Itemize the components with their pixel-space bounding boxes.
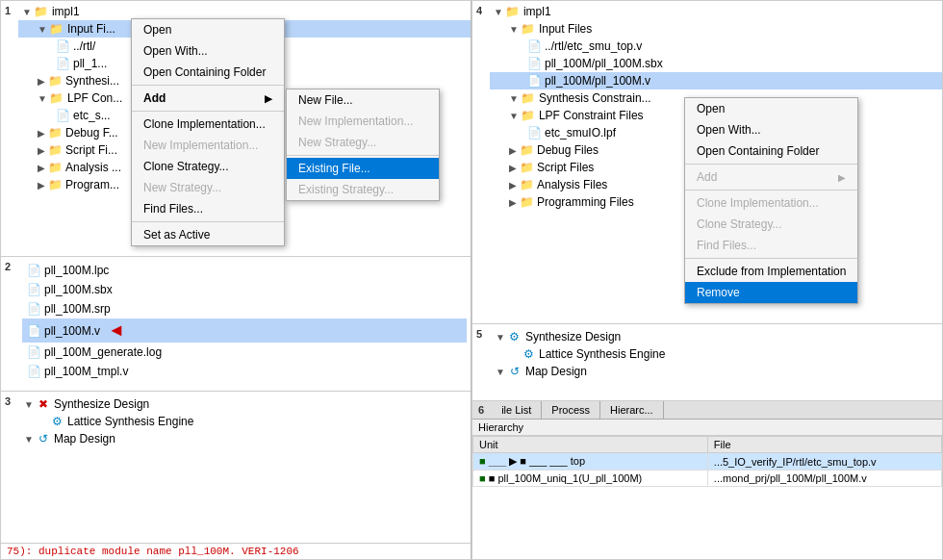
file-item-lpc[interactable]: 📄 pll_100M.lpc: [22, 261, 467, 280]
chevron-icon: ▼: [509, 24, 519, 35]
chevron-icon: ▶: [38, 76, 45, 87]
folder-icon: 📁: [521, 90, 536, 106]
map-icon: ↺: [507, 364, 522, 379]
folder-icon: 📁: [47, 177, 63, 192]
sbx-icon: 📄: [526, 56, 542, 71]
ctx-new-strategy-sub: New Strategy...: [287, 132, 439, 153]
r-process-synth[interactable]: ▼ ⚙ Synthesize Design: [494, 328, 938, 345]
section2-num: 2: [5, 261, 11, 272]
hier-row-1[interactable]: ■ ■ pll_100M_uniq_1(U_pll_100M) ...mond_…: [473, 471, 942, 487]
r-tree-script-label: Script Files: [537, 161, 594, 174]
hierarchy-table-container[interactable]: Unit File ■ ___ ▶ ■ ___ ___ top ...5_IO_…: [472, 436, 942, 559]
file-icon: 📄: [526, 125, 542, 140]
tree-pll-sbx-label: pll_1...: [73, 57, 107, 70]
ctx-open-with[interactable]: Open With...: [132, 40, 284, 62]
file-item-sbx[interactable]: 📄 pll_100M.sbx: [22, 280, 467, 299]
ctx-open[interactable]: Open: [132, 19, 284, 40]
hier-unit-0: ■ ___ ▶ ■ ___ ___ top: [473, 453, 708, 471]
verilog-icon: 📄: [526, 73, 542, 89]
ctx-new-strategy: New Strategy...: [132, 177, 284, 198]
section5-area: 5 ▼ ⚙ Synthesize Design ⚙ Lattice Synthe…: [472, 323, 942, 400]
chevron-icon: ▶: [38, 163, 45, 173]
folder-icon: 📁: [47, 142, 63, 158]
chevron-icon: ▼: [509, 111, 519, 121]
tab-process[interactable]: Process: [542, 401, 600, 419]
tree-program-label: Program...: [65, 178, 119, 191]
r-tree-pll-v-label: pll_100M/pll_100M.v: [545, 74, 650, 88]
context-menu-right: Open Open With... Open Containing Folder…: [684, 97, 858, 304]
ctx-existing-strategy: Existing Strategy...: [287, 179, 439, 200]
r-ctx-clone-strategy: Clone Strategy...: [685, 214, 857, 235]
tab-file-list[interactable]: ile List: [492, 401, 542, 419]
file-item-v[interactable]: 📄 pll_100M.v ◄: [22, 318, 467, 343]
status-bar: 75): duplicate module name pll_100M. VER…: [1, 543, 471, 559]
r-ctx-remove[interactable]: Remove: [685, 282, 857, 303]
chevron-icon: ▼: [509, 93, 519, 104]
r-tree-input[interactable]: ▼ 📁 Input Files: [490, 20, 942, 38]
tree-script-label: Script Fi...: [65, 143, 117, 157]
ctx-new-impl: New Implementation...: [132, 135, 284, 156]
hier-unit-1: ■ ■ pll_100M_uniq_1(U_pll_100M): [473, 471, 708, 487]
ctx-clone-impl[interactable]: Clone Implementation...: [132, 114, 284, 135]
process-map[interactable]: ▼ ↺ Map Design: [22, 430, 467, 447]
r-ctx-clone-impl: Clone Implementation...: [685, 192, 857, 214]
r-ctx-open-with[interactable]: Open With...: [685, 119, 857, 140]
section4-num: 4: [476, 5, 482, 16]
ctx-clone-strategy[interactable]: Clone Strategy...: [132, 156, 284, 177]
submenu-arrow: ▶: [265, 93, 272, 104]
ctx-set-active[interactable]: Set as Active: [132, 224, 284, 245]
ctx-add[interactable]: Add ▶: [132, 88, 284, 109]
r-process-map[interactable]: ▼ ↺ Map Design: [494, 363, 938, 380]
r-tree-impl1[interactable]: ▼ 📁 impl1: [490, 3, 942, 20]
r-tree-analysis-label: Analysis Files: [537, 178, 607, 191]
tab-hierarchy[interactable]: Hierarc...: [600, 401, 664, 419]
folder-icon: 📁: [47, 73, 63, 89]
tree-analysis-label: Analysis ...: [65, 161, 121, 174]
r-ctx-exclude[interactable]: Exclude from Implementation: [685, 261, 857, 282]
folder-icon: 📁: [521, 108, 536, 123]
r-tree-pll-sbx[interactable]: 📄 pll_100M/pll_100M.sbx: [490, 55, 942, 72]
file-item-srp[interactable]: 📄 pll_100M.srp: [22, 299, 467, 318]
r-tree-pll-v[interactable]: 📄 pll_100M/pll_100M.v: [490, 72, 942, 89]
folder-icon: 📁: [519, 160, 534, 175]
ctx-sep2: [132, 111, 284, 112]
verilog-icon: 📄: [526, 38, 542, 54]
ctx-open-folder[interactable]: Open Containing Folder: [132, 62, 284, 83]
r-tree-synth-label: Synthesis Constrain...: [539, 91, 651, 105]
section4-area: 4 ▼ 📁 impl1 ▼ 📁 Input Files 📄 ../rtl/etc…: [472, 1, 942, 323]
r-ctx-open-folder[interactable]: Open Containing Folder: [685, 140, 857, 162]
synth-blue-icon: ⚙: [521, 346, 536, 362]
process-synth[interactable]: ▼ ✖ Synthesize Design: [22, 395, 467, 413]
chevron-icon: ▶: [509, 180, 517, 191]
r-process-lse[interactable]: ⚙ Lattice Synthesis Engine: [494, 345, 938, 363]
file-item-log[interactable]: 📄 pll_100M_generate.log: [22, 343, 467, 362]
process-lse[interactable]: ⚙ Lattice Synthesis Engine: [22, 413, 467, 430]
submenu-add: New File... New Implementation... New St…: [286, 89, 440, 201]
hier-row-0[interactable]: ■ ___ ▶ ■ ___ ___ top ...5_IO_verify_IP/…: [473, 453, 942, 471]
ctx-existing-file[interactable]: Existing File...: [287, 158, 439, 179]
tree-impl1-label: impl1: [52, 5, 80, 18]
left-panel: 1 ▼ 📁 impl1 ▼ 📁 Input Fi... 📄 ../rtl/ 📄 …: [0, 0, 472, 560]
chevron-icon: ▼: [38, 93, 47, 104]
ctx-find-files[interactable]: Find Files...: [132, 198, 284, 219]
ctx-new-file[interactable]: New File...: [287, 89, 439, 111]
hier-file-0: ...5_IO_verify_IP/rtl/etc_smu_top.v: [707, 453, 941, 471]
section3-num: 3: [5, 395, 11, 407]
file-list: 📄 pll_100M.lpc 📄 pll_100M.sbx 📄 pll_100M…: [5, 261, 467, 381]
synth-blue-icon: ⚙: [507, 329, 522, 344]
hierarchy-table: Unit File ■ ___ ▶ ■ ___ ___ top ...5_IO_…: [472, 436, 942, 487]
r-tree-rtl[interactable]: 📄 ../rtl/etc_smu_top.v: [490, 38, 942, 55]
r-tree-rtl-label: ../rtl/etc_smu_top.v: [545, 39, 642, 53]
section1-area: 1 ▼ 📁 impl1 ▼ 📁 Input Fi... 📄 ../rtl/ 📄 …: [1, 1, 471, 256]
submenu-arrow: ▶: [838, 172, 846, 183]
r-ctx-sep2: [685, 190, 857, 191]
chevron-icon: ▶: [509, 163, 517, 173]
map-icon: ↺: [36, 431, 51, 446]
r-ctx-open[interactable]: Open: [685, 98, 857, 119]
chevron-icon: ▼: [496, 332, 505, 343]
folder-icon: 📁: [521, 21, 536, 37]
file-icon: 📄: [26, 301, 41, 317]
file-item-tmpl[interactable]: 📄 pll_100M_tmpl.v: [22, 362, 467, 381]
folder-icon: 📁: [505, 4, 521, 19]
green-box-icon: ■: [479, 472, 486, 484]
